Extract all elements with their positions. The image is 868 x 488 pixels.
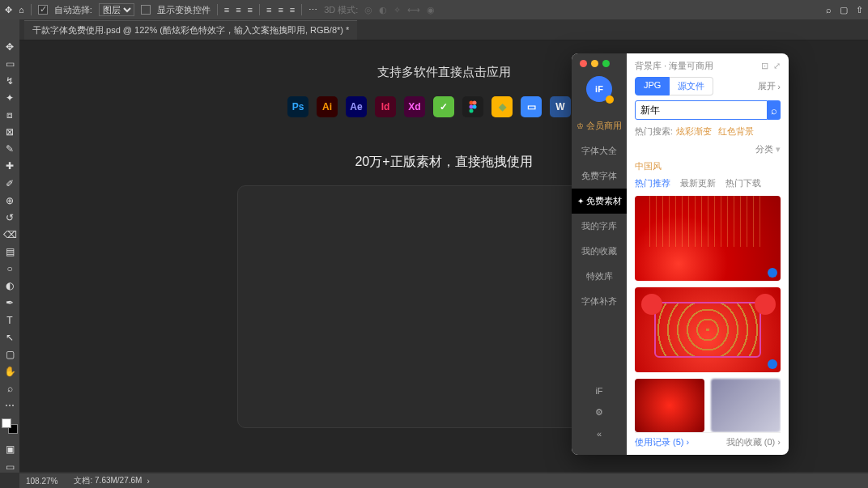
results-grid[interactable]	[635, 196, 781, 432]
material-thumbnail[interactable]	[635, 287, 781, 372]
lasso-tool-icon[interactable]: ↯	[3, 74, 16, 87]
sidebar-item-fonts[interactable]: 字体大全	[572, 138, 627, 163]
font-plugin-panel: iF ♔会员商用 字体大全 免费字体 ✦免费素材 我的字库 我的收藏 特效库 字…	[572, 53, 789, 455]
frame-tool-icon[interactable]: ⊠	[3, 126, 16, 138]
plugin-logo-icon[interactable]: iF	[586, 76, 612, 102]
home-icon[interactable]: ⌂	[19, 5, 24, 15]
show-transform-label: 显示变换控件	[157, 4, 211, 16]
hot-search-row: 热门搜索: 炫彩渐变 红色背景 分类 ▾ 中国风	[635, 125, 781, 174]
align-center-icon[interactable]: ≡	[236, 5, 240, 15]
search-button[interactable]: ⌕	[768, 100, 781, 120]
usage-history-link[interactable]: 使用记录 (5) ›	[635, 436, 689, 448]
chevron-right-icon[interactable]: ›	[147, 477, 149, 486]
crop-tool-icon[interactable]: ⧈	[3, 109, 16, 121]
type-tool-icon[interactable]: T	[3, 314, 16, 326]
auto-select-checkbox[interactable]: ✓	[38, 5, 48, 15]
eyedropper-tool-icon[interactable]: ✎	[3, 143, 16, 155]
aftereffects-icon[interactable]: Ae	[346, 96, 367, 117]
font-preview-icon[interactable]: iF	[595, 386, 602, 396]
edit-toolbar-icon[interactable]: ⋯	[3, 400, 16, 412]
sort-button[interactable]: 分类 ▾	[755, 142, 781, 157]
eraser-tool-icon[interactable]: ⌫	[3, 228, 16, 240]
auto-select-label: 自动选择:	[54, 4, 92, 16]
layer-select[interactable]: 图层	[99, 3, 134, 16]
filter-downloads[interactable]: 热门下载	[725, 177, 761, 189]
quickmask-icon[interactable]: ▣	[3, 443, 16, 456]
pen-tool-icon[interactable]: ✒	[3, 297, 16, 309]
word-icon[interactable]: W	[550, 96, 571, 117]
hot-tag[interactable]: 炫彩渐变	[676, 125, 712, 139]
filter-popular[interactable]: 热门推荐	[635, 177, 670, 189]
sidebar-item-vip[interactable]: ♔会员商用	[572, 113, 627, 138]
search-input[interactable]	[635, 100, 768, 120]
filter-newest[interactable]: 最新更新	[680, 177, 716, 189]
zoom-tool-icon[interactable]: ⌕	[3, 383, 16, 395]
collapse-icon[interactable]: «	[597, 429, 602, 439]
indesign-icon[interactable]: Id	[375, 96, 396, 117]
search-bar: ⌕	[635, 100, 781, 120]
settings-icon[interactable]: ⚙	[595, 407, 603, 418]
coreldraw-icon[interactable]: ✓	[433, 96, 454, 117]
favorites-link[interactable]: 我的收藏 (0) ›	[726, 436, 781, 448]
align-bottom-icon[interactable]: ≡	[290, 5, 295, 15]
maximize-icon[interactable]	[602, 60, 610, 67]
tab-source[interactable]: 源文件	[670, 77, 713, 95]
sidebar-item-freematerials[interactable]: ✦免费素材	[572, 189, 627, 214]
pin-icon[interactable]: ⊡	[761, 61, 768, 71]
minimize-icon[interactable]	[591, 60, 598, 67]
shape-tool-icon[interactable]: ▢	[3, 348, 16, 360]
move-tool-icon[interactable]: ✥	[5, 5, 12, 15]
color-swatch[interactable]	[3, 420, 16, 432]
document-tab[interactable]: 干款字体免费使用.psd @ 122% (酷炫彩色特效字，输入文案拖拽即用, R…	[24, 20, 357, 40]
stamp-tool-icon[interactable]: ⊕	[3, 194, 16, 206]
blur-tool-icon[interactable]: ○	[3, 263, 16, 275]
sidebar-item-effects[interactable]: 特效库	[572, 264, 627, 289]
dodge-tool-icon[interactable]: ◐	[3, 280, 16, 292]
brush-tool-icon[interactable]: ✐	[3, 177, 16, 189]
verified-badge-icon	[768, 359, 777, 369]
keynote-icon[interactable]: ▭	[521, 96, 542, 117]
hot-tag[interactable]: 中国风	[635, 159, 777, 174]
material-thumbnail[interactable]	[711, 379, 781, 432]
sidebar-item-myfonts[interactable]: 我的字库	[572, 214, 627, 239]
hand-tool-icon[interactable]: ✋	[3, 365, 16, 377]
tab-jpg[interactable]: JPG	[635, 77, 670, 95]
popout-icon[interactable]: ⤢	[773, 61, 781, 71]
filter-tabs: 热门推荐 最新更新 热门下载	[635, 177, 781, 189]
marquee-tool-icon[interactable]: ▭	[3, 57, 16, 70]
move-tool-icon[interactable]: ✥	[3, 40, 16, 53]
hot-tag[interactable]: 红色背景	[718, 125, 754, 139]
wand-tool-icon[interactable]: ✦	[3, 91, 16, 104]
search-icon[interactable]: ⌕	[826, 5, 832, 15]
3d-orbit-icon: ◎	[364, 5, 372, 15]
3d-zoom-icon: ◉	[427, 5, 435, 15]
sketch-icon[interactable]: ◆	[491, 96, 513, 117]
align-right-icon[interactable]: ≡	[248, 5, 253, 15]
xd-icon[interactable]: Xd	[404, 96, 425, 117]
workspace-icon[interactable]: ▢	[840, 5, 848, 15]
path-tool-icon[interactable]: ↖	[3, 331, 16, 343]
align-mid-icon[interactable]: ≡	[278, 5, 283, 15]
gradient-tool-icon[interactable]: ▤	[3, 246, 16, 258]
expand-button[interactable]: 展开›	[758, 80, 781, 92]
photoshop-icon[interactable]: Ps	[287, 96, 308, 117]
illustrator-icon[interactable]: Ai	[317, 96, 338, 117]
sidebar-item-complement[interactable]: 字体补齐	[572, 289, 627, 314]
more-icon[interactable]: ⋯	[308, 5, 317, 15]
share-icon[interactable]: ⇧	[856, 5, 863, 15]
zoom-level[interactable]: 108.27%	[26, 477, 57, 486]
sidebar-item-freefonts[interactable]: 免费字体	[572, 163, 627, 189]
history-brush-icon[interactable]: ↺	[3, 211, 16, 223]
close-icon[interactable]	[580, 60, 587, 67]
material-thumbnail[interactable]	[635, 196, 781, 281]
heal-tool-icon[interactable]: ✚	[3, 160, 16, 172]
material-thumbnail[interactable]	[635, 379, 704, 432]
screenmode-icon[interactable]: ▭	[3, 460, 16, 473]
3d-slide-icon: ⟷	[407, 5, 420, 15]
align-top-icon[interactable]: ≡	[266, 5, 271, 15]
sidebar-item-favorites[interactable]: 我的收藏	[572, 239, 627, 264]
panel-title: 背景库 · 海量可商用	[635, 60, 713, 72]
show-transform-checkbox[interactable]	[141, 5, 151, 15]
align-left-icon[interactable]: ≡	[224, 5, 229, 15]
figma-icon[interactable]	[462, 96, 483, 117]
